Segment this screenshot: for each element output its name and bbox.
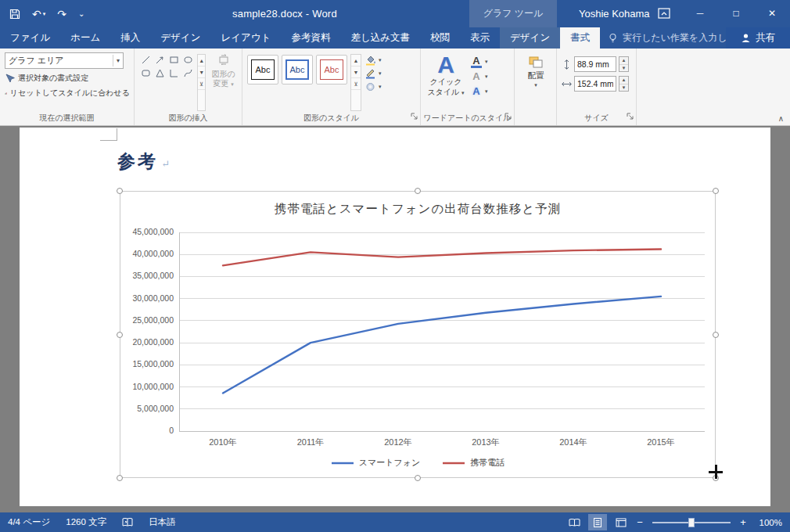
step-down-icon: ▼ bbox=[619, 84, 628, 92]
text-outline-button[interactable]: A▾ bbox=[471, 70, 488, 83]
tab-home[interactable]: ホーム bbox=[60, 27, 110, 49]
maximize-button[interactable]: □ bbox=[718, 0, 754, 27]
legend-item[interactable]: 携帯電話 bbox=[442, 457, 505, 469]
title-bar: ↶▾ ↷ ⌄ sample28.docx - Word グラフ ツール Yosh… bbox=[0, 0, 790, 27]
zoom-slider-thumb[interactable] bbox=[688, 518, 695, 527]
shape-effects-button[interactable]: ▾ bbox=[364, 81, 382, 92]
legend-line-swatch bbox=[442, 461, 465, 466]
gallery-scroll-up-icon[interactable]: ▲ bbox=[351, 55, 361, 66]
tab-references[interactable]: 参考資料 bbox=[281, 27, 340, 49]
rectangle-shape-icon[interactable] bbox=[167, 54, 180, 66]
tab-file[interactable]: ファイル bbox=[0, 27, 60, 49]
format-selection-button[interactable]: 選択対象の書式設定 bbox=[5, 73, 130, 84]
legend-line-swatch bbox=[331, 461, 354, 466]
zoom-slider[interactable] bbox=[652, 514, 731, 530]
tab-format[interactable]: 書式 bbox=[560, 27, 600, 49]
selection-handle-top-center[interactable] bbox=[415, 188, 421, 194]
chevron-down-icon[interactable]: ▾ bbox=[113, 55, 120, 66]
selection-handle-top-right[interactable] bbox=[713, 188, 719, 194]
width-input[interactable] bbox=[574, 76, 616, 92]
shape-style-preview-1[interactable]: Abc bbox=[247, 55, 278, 84]
oval-shape-icon[interactable] bbox=[181, 54, 194, 66]
text-effects-button[interactable]: A▾ bbox=[471, 84, 488, 98]
shape-style-preview-3[interactable]: Abc bbox=[316, 55, 347, 84]
selection-handle-bottom-left[interactable] bbox=[117, 475, 123, 481]
margin-crop-mark bbox=[100, 128, 117, 141]
selection-handle-top-left[interactable] bbox=[117, 188, 123, 194]
gallery-scroll-down-icon[interactable]: ▼ bbox=[351, 66, 361, 78]
selection-handle-middle-left[interactable] bbox=[117, 332, 123, 338]
tab-design[interactable]: デザイン bbox=[150, 27, 210, 49]
tab-mailings[interactable]: 差し込み文書 bbox=[340, 27, 420, 49]
customize-qat-icon[interactable]: ⌄ bbox=[78, 9, 84, 18]
chevron-down-icon: ▾ bbox=[485, 74, 488, 80]
read-mode-button[interactable] bbox=[565, 514, 584, 530]
legend-label: スマートフォン bbox=[359, 457, 421, 469]
change-shape-button[interactable]: 図形の変更 ▾ bbox=[209, 54, 238, 111]
arrow-shape-icon[interactable] bbox=[153, 54, 166, 66]
line-shape-icon[interactable] bbox=[139, 54, 152, 66]
chart[interactable]: 携帯電話とスマートフォンの出荷台数推移と予測 45,000,00040,000,… bbox=[120, 191, 716, 478]
tab-review[interactable]: 校閲 bbox=[420, 27, 460, 49]
chart-legend[interactable]: スマートフォン携帯電話 bbox=[120, 457, 715, 469]
width-icon bbox=[562, 79, 572, 89]
text-fill-icon: A bbox=[471, 56, 482, 68]
status-bar: 4/4 ページ 1260 文字 日本語 − + 100% bbox=[0, 512, 790, 532]
gallery-scroll-down-icon[interactable]: ▼ bbox=[198, 66, 205, 78]
width-stepper[interactable]: ▲▼ bbox=[619, 76, 629, 92]
redo-icon[interactable]: ↷ bbox=[57, 8, 66, 20]
save-icon[interactable] bbox=[9, 9, 20, 20]
size-dialog-launcher-icon[interactable] bbox=[627, 110, 634, 124]
format-selection-icon bbox=[5, 74, 15, 84]
shape-fill-button[interactable]: ▾ bbox=[364, 55, 382, 66]
rounded-rectangle-shape-icon[interactable] bbox=[139, 67, 152, 79]
selection-handle-bottom-center[interactable] bbox=[415, 475, 421, 481]
height-input[interactable] bbox=[574, 56, 616, 72]
undo-dropdown-icon[interactable]: ▾ bbox=[43, 11, 46, 17]
close-button[interactable]: ✕ bbox=[754, 0, 790, 27]
proofing-error-icon[interactable] bbox=[122, 517, 133, 527]
gallery-more-icon[interactable]: ⊻ bbox=[198, 78, 205, 90]
shape-outline-button[interactable]: ▾ bbox=[364, 68, 382, 79]
web-layout-button[interactable] bbox=[612, 514, 630, 530]
text-outline-icon: A bbox=[471, 70, 482, 82]
arrange-button[interactable]: 配置 ▾ bbox=[519, 56, 552, 88]
group-size: ▲▼ ▲▼ サイズ bbox=[557, 49, 637, 125]
y-tick-label: 40,000,000 bbox=[120, 249, 174, 258]
account-user-name[interactable]: Yoshie Kohama bbox=[579, 0, 650, 27]
change-shape-icon bbox=[209, 54, 238, 68]
chart-area-combobox[interactable]: グラフ エリア ▾ bbox=[5, 52, 124, 69]
quick-styles-button[interactable]: A クイック スタイル ▾ bbox=[426, 52, 466, 111]
ribbon-display-options-icon[interactable] bbox=[657, 6, 671, 23]
gallery-scroll-up-icon[interactable]: ▲ bbox=[198, 55, 205, 66]
page-indicator[interactable]: 4/4 ページ bbox=[8, 516, 50, 528]
reset-to-match-style-button[interactable]: リセットしてスタイルに合わせる bbox=[5, 88, 130, 99]
minimize-button[interactable]: ─ bbox=[682, 0, 718, 27]
print-layout-button[interactable] bbox=[588, 514, 607, 530]
zoom-percentage[interactable]: 100% bbox=[752, 518, 782, 527]
zoom-out-button[interactable]: − bbox=[635, 516, 645, 528]
triangle-shape-icon[interactable] bbox=[153, 67, 166, 79]
elbow-connector-shape-icon[interactable] bbox=[167, 67, 180, 79]
selection-handle-middle-right[interactable] bbox=[713, 332, 719, 338]
word-count[interactable]: 1260 文字 bbox=[66, 516, 106, 528]
text-fill-button[interactable]: A▾ bbox=[471, 55, 488, 68]
shape-style-preview-2[interactable]: Abc bbox=[282, 55, 313, 84]
curve-shape-icon[interactable] bbox=[181, 67, 194, 79]
language-indicator[interactable]: 日本語 bbox=[149, 516, 176, 528]
legend-item[interactable]: スマートフォン bbox=[331, 457, 421, 469]
tab-view[interactable]: 表示 bbox=[460, 27, 500, 49]
wordart-dialog-launcher-icon[interactable] bbox=[505, 110, 512, 124]
tab-layout[interactable]: レイアウト bbox=[210, 27, 281, 49]
tab-insert[interactable]: 挿入 bbox=[110, 27, 150, 49]
document-heading[interactable]: 参考↵ bbox=[117, 149, 170, 174]
tab-chart-design[interactable]: デザイン bbox=[500, 27, 560, 49]
collapse-ribbon-icon[interactable]: ∧ bbox=[778, 114, 784, 123]
undo-icon[interactable]: ↶▾ bbox=[32, 8, 45, 20]
share-button[interactable]: 共有 bbox=[726, 27, 790, 49]
document-page[interactable]: 参考↵ 携帯電話とスマートフォンの出荷台数推移と予測 45,000,00040,… bbox=[20, 128, 770, 506]
shape-styles-dialog-launcher-icon[interactable] bbox=[411, 110, 418, 124]
zoom-in-button[interactable]: + bbox=[738, 516, 748, 528]
gallery-more-icon[interactable]: ⊻ bbox=[351, 78, 361, 90]
height-stepper[interactable]: ▲▼ bbox=[619, 56, 629, 72]
